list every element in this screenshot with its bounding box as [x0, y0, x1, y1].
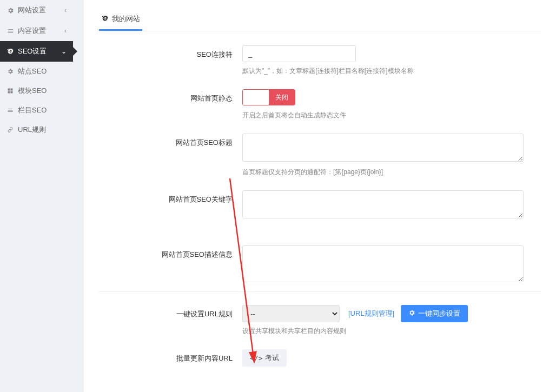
- button-label: 一键同步设置: [418, 309, 460, 318]
- row-url-rule: 一键设置URL规则 -- [URL规则管理] 一键同步设置: [99, 305, 541, 344]
- content-area: 我的网站 SEO连接符 默认为"_"，如：文章标题[连接符]栏目名称[连接符]模…: [73, 0, 556, 392]
- subnav-module-seo[interactable]: 模块SEO: [0, 81, 73, 101]
- label-seo-connector: SEO连接符: [99, 45, 242, 59]
- help-seo-connector: 默认为"_"，如：文章标题[连接符]栏目名称[连接符]模块名称: [242, 67, 541, 76]
- link-icon: [6, 127, 14, 133]
- row-batch-update: 批量更新内容URL </> 考试: [99, 349, 541, 367]
- chevron-left-icon: ‹: [64, 6, 67, 14]
- subnav-label: URL规则: [18, 125, 46, 135]
- help-url-rule: 设置共享模块和共享栏目的内容规则: [242, 327, 541, 336]
- panel: 我的网站 SEO连接符 默认为"_"，如：文章标题[连接符]栏目名称[连接符]模…: [84, 0, 556, 392]
- label-home-static: 网站首页静态: [99, 89, 242, 103]
- row-seo-title: 网站首页SEO标题 首页标题仅支持分页的通配符：[第{page}页{join}]: [99, 134, 541, 185]
- list-icon: [6, 107, 14, 114]
- tab-bar: 我的网站: [99, 10, 541, 31]
- subnav-label: 站点SEO: [18, 67, 47, 76]
- sidebar: 网站设置 ‹ 内容设置 ‹ SEO设置 ⌄ 站点SEO: [0, 0, 73, 392]
- row-seo-connector: SEO连接符 默认为"_"，如：文章标题[连接符]栏目名称[连接符]模块名称: [99, 45, 541, 84]
- nav-seo-settings[interactable]: SEO设置 ⌄: [0, 41, 73, 62]
- nav-site-settings[interactable]: 网站设置 ‹: [0, 0, 73, 21]
- subnav-label: 模块SEO: [18, 86, 47, 96]
- subnav-column-seo[interactable]: 栏目SEO: [0, 101, 73, 120]
- button-label: 考试: [265, 353, 279, 363]
- chevron-down-icon: ⌄: [61, 48, 67, 55]
- ie-icon: [101, 15, 109, 24]
- gear-icon: [6, 7, 14, 14]
- chevron-left-icon: ‹: [64, 27, 67, 35]
- gear-icon: [6, 68, 14, 75]
- textarea-seo-desc[interactable]: [242, 245, 524, 282]
- button-sync-settings[interactable]: 一键同步设置: [401, 305, 468, 322]
- help-home-static: 开启之后首页将会自动生成静态文件: [242, 111, 541, 120]
- nav-label: 网站设置: [18, 5, 46, 15]
- label-seo-desc: 网站首页SEO描述信息: [99, 245, 242, 260]
- toggle-blank: [243, 90, 269, 105]
- textarea-seo-keywords[interactable]: [242, 190, 524, 218]
- subnav-site-seo[interactable]: 站点SEO: [0, 62, 73, 81]
- textarea-seo-title[interactable]: [242, 134, 524, 162]
- tab-my-site[interactable]: 我的网站: [99, 10, 142, 31]
- toggle-state-closed: 关闭: [269, 90, 295, 105]
- code-icon: </>: [250, 354, 262, 362]
- label-url-rule: 一键设置URL规则: [99, 305, 242, 319]
- label-seo-keywords: 网站首页SEO关键字: [99, 190, 242, 204]
- label-seo-title: 网站首页SEO标题: [99, 134, 242, 148]
- help-seo-title: 首页标题仅支持分页的通配符：[第{page}页{join}]: [242, 168, 541, 177]
- select-url-rule[interactable]: --: [242, 305, 340, 322]
- help-seo-keywords: [242, 224, 541, 232]
- list-icon: [6, 28, 14, 35]
- grid-icon: [6, 88, 14, 94]
- row-seo-keywords: 网站首页SEO关键字: [99, 190, 541, 240]
- row-home-static: 网站首页静态 关闭 开启之后首页将会自动生成静态文件: [99, 89, 541, 128]
- link-url-rule-manage[interactable]: [URL规则管理]: [348, 309, 394, 318]
- gear-icon: [408, 309, 415, 318]
- input-seo-connector[interactable]: [242, 45, 356, 62]
- separator: [99, 291, 541, 292]
- label-batch-update: 批量更新内容URL: [99, 349, 242, 363]
- row-seo-desc: 网站首页SEO描述信息: [99, 245, 541, 284]
- subnav-url-rule[interactable]: URL规则: [0, 120, 73, 139]
- toggle-home-static[interactable]: 关闭: [242, 89, 295, 105]
- nav-content-settings[interactable]: 内容设置 ‹: [0, 21, 73, 41]
- subnav-label: 栏目SEO: [18, 105, 47, 115]
- tab-label: 我的网站: [112, 14, 140, 24]
- nav-label: 内容设置: [18, 26, 46, 36]
- ie-icon: [6, 48, 14, 55]
- nav-label: SEO设置: [18, 46, 47, 56]
- button-batch-exam[interactable]: </> 考试: [242, 349, 287, 367]
